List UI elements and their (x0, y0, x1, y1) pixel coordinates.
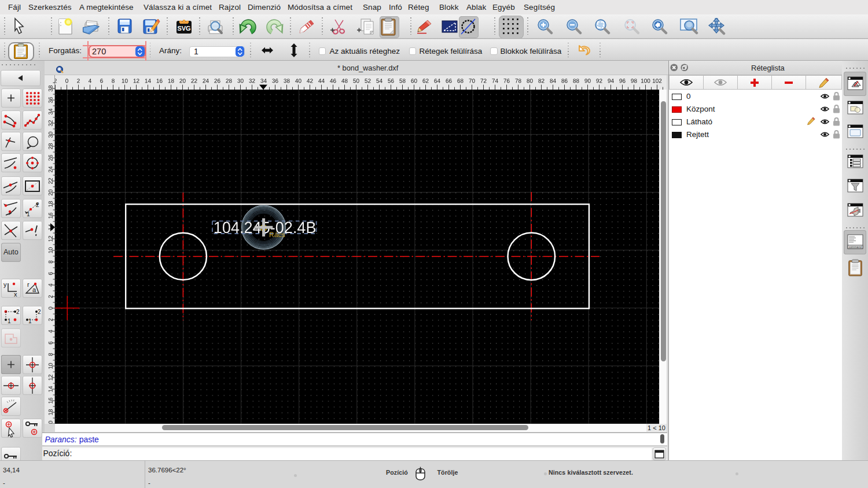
svg-text:2: 2 (38, 309, 41, 315)
svg-text:2: 2 (36, 202, 39, 208)
svg-text:y: y (3, 281, 7, 288)
svg-text:1: 1 (8, 318, 11, 324)
svg-text:x: x (14, 291, 17, 298)
svg-text:1: 1 (28, 318, 32, 324)
svg-text:SVG: SVG (177, 25, 190, 32)
svg-text:1: 1 (27, 211, 30, 217)
svg-text:a: a (32, 286, 36, 293)
svg-text:command: command (849, 245, 862, 249)
svg-text:r: r (27, 281, 30, 288)
svg-text:2: 2 (16, 309, 20, 315)
